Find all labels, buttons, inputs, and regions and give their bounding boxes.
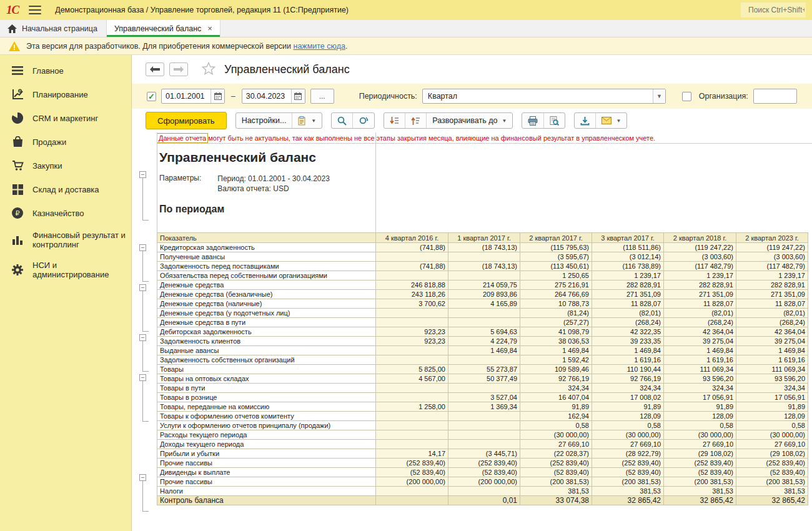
value-cell[interactable]: (52 839,40) (448, 468, 520, 477)
value-cell[interactable]: (3 003,60) (736, 252, 808, 262)
organization-checkbox[interactable] (682, 92, 691, 101)
value-cell[interactable]: 282 828,91 (592, 280, 664, 290)
print-button[interactable] (522, 113, 544, 128)
value-cell[interactable]: 92 766,19 (592, 374, 664, 384)
value-cell[interactable]: (82,01) (736, 309, 808, 318)
value-cell[interactable]: 39 233,35 (592, 337, 664, 346)
value-cell[interactable]: (252 839,40) (664, 459, 736, 468)
value-cell[interactable] (448, 318, 520, 327)
row-label-cell[interactable]: Задолженность клиентов (157, 337, 376, 346)
value-cell[interactable]: (252 839,40) (448, 459, 520, 468)
value-cell[interactable]: 32 865,42 (736, 496, 808, 505)
tab-management-balance[interactable]: Управленческий баланс × (107, 20, 220, 37)
value-cell[interactable]: 271 351,09 (736, 290, 808, 299)
value-cell[interactable]: 1 239,17 (736, 271, 808, 280)
calendar-icon[interactable] (210, 89, 224, 103)
value-cell[interactable]: (18 743,13) (448, 243, 520, 252)
row-label-cell[interactable]: Товары, переданные на комиссию (157, 402, 376, 412)
value-cell[interactable]: (30 000,00) (736, 430, 808, 440)
value-cell[interactable]: 282 828,91 (736, 280, 808, 290)
value-cell[interactable]: (200 381,53) (592, 477, 664, 487)
value-cell[interactable]: 111 069,34 (664, 365, 736, 374)
value-cell[interactable]: 381,53 (736, 487, 808, 496)
value-cell[interactable]: (52 839,40) (376, 468, 448, 477)
value-cell[interactable]: 17 056,91 (736, 393, 808, 402)
value-cell[interactable] (448, 355, 520, 365)
value-cell[interactable] (448, 309, 520, 318)
value-cell[interactable]: 128,09 (736, 412, 808, 421)
row-label-cell[interactable]: Денежные средства (наличные) (157, 299, 376, 309)
value-cell[interactable]: 0,58 (736, 421, 808, 430)
print-preview-button[interactable] (544, 113, 565, 128)
row-label-cell[interactable]: Товары (157, 365, 376, 374)
value-cell[interactable]: (52 839,40) (592, 468, 664, 477)
value-cell[interactable]: 1 369,34 (448, 402, 520, 412)
value-cell[interactable]: 27 669,10 (520, 440, 592, 449)
value-cell[interactable]: (200 381,53) (736, 477, 808, 487)
value-cell[interactable]: 1 469,84 (520, 346, 592, 355)
value-cell[interactable] (376, 430, 448, 440)
value-cell[interactable] (376, 412, 448, 421)
value-cell[interactable]: (29 108,02) (736, 449, 808, 459)
row-label-cell[interactable]: Задолженность перед поставщиками (157, 262, 376, 271)
value-cell[interactable]: 4 165,89 (448, 299, 520, 309)
value-cell[interactable]: 324,34 (592, 384, 664, 393)
value-cell[interactable]: 17 008,02 (592, 393, 664, 402)
value-cell[interactable]: 128,09 (664, 412, 736, 421)
collapse-group-button[interactable]: – (139, 244, 146, 251)
row-label-cell[interactable]: Контроль баланса (157, 496, 376, 505)
value-cell[interactable]: (52 839,40) (736, 468, 808, 477)
row-label-cell[interactable]: Товары в пути (157, 384, 376, 393)
value-cell[interactable] (448, 384, 520, 393)
value-cell[interactable]: 11 828,07 (592, 299, 664, 309)
value-cell[interactable]: 92 766,19 (520, 374, 592, 384)
value-cell[interactable]: 1 469,84 (664, 346, 736, 355)
value-cell[interactable]: 1 258,00 (376, 402, 448, 412)
row-label-cell[interactable]: Налоги (157, 487, 376, 496)
search-input[interactable] (748, 6, 805, 14)
value-cell[interactable]: 4 567,00 (376, 374, 448, 384)
calendar-icon[interactable] (291, 89, 305, 103)
value-cell[interactable] (376, 393, 448, 402)
global-search[interactable] (741, 2, 806, 17)
generate-button[interactable]: Сформировать (146, 112, 227, 129)
value-cell[interactable]: (3 445,71) (448, 449, 520, 459)
value-cell[interactable]: (3 595,67) (520, 252, 592, 262)
value-cell[interactable]: (741,88) (376, 243, 448, 252)
row-label-cell[interactable]: Денежные средства (157, 280, 376, 290)
value-cell[interactable] (448, 271, 520, 280)
value-cell[interactable]: (82,01) (664, 309, 736, 318)
column-header[interactable]: 2 квартал 2017 г. (520, 233, 592, 243)
value-cell[interactable] (376, 271, 448, 280)
value-cell[interactable] (448, 487, 520, 496)
value-cell[interactable]: 1 239,17 (592, 271, 664, 280)
value-cell[interactable]: (200 381,53) (520, 477, 592, 487)
value-cell[interactable]: 32 865,42 (592, 496, 664, 505)
row-label-cell[interactable]: Услуги к оформлению отчетов принципалу (… (157, 421, 376, 430)
value-cell[interactable]: (29 108,02) (664, 449, 736, 459)
value-cell[interactable]: (3 012,14) (592, 252, 664, 262)
column-header[interactable]: 2 квартал 2023 г. (736, 233, 808, 243)
value-cell[interactable]: (52 839,40) (664, 468, 736, 477)
value-cell[interactable] (448, 430, 520, 440)
value-cell[interactable] (448, 421, 520, 430)
favorite-star-icon[interactable] (202, 62, 215, 77)
row-label-cell[interactable]: Товары в рознице (157, 393, 376, 402)
value-cell[interactable] (376, 346, 448, 355)
value-cell[interactable]: 214 059,75 (448, 280, 520, 290)
value-cell[interactable] (376, 384, 448, 393)
home-tab[interactable]: Начальная страница (0, 20, 107, 37)
row-label-cell[interactable]: Дебиторская задолженность (157, 327, 376, 337)
value-cell[interactable]: 923,23 (376, 327, 448, 337)
value-cell[interactable]: 271 351,09 (664, 290, 736, 299)
column-header[interactable]: 4 квартал 2016 г. (376, 233, 448, 243)
value-cell[interactable]: 324,34 (520, 384, 592, 393)
row-label-cell[interactable]: Товары к оформлению отчетов комитенту (157, 412, 376, 421)
value-cell[interactable]: (741,88) (376, 262, 448, 271)
value-cell[interactable]: 109 589,46 (520, 365, 592, 374)
value-cell[interactable]: 111 069,34 (736, 365, 808, 374)
value-cell[interactable]: (52 839,40) (520, 468, 592, 477)
value-cell[interactable]: 27 669,10 (736, 440, 808, 449)
row-label-cell[interactable]: Денежные средства (безналичные) (157, 290, 376, 299)
send-email-button[interactable]: ▼ (596, 113, 626, 128)
